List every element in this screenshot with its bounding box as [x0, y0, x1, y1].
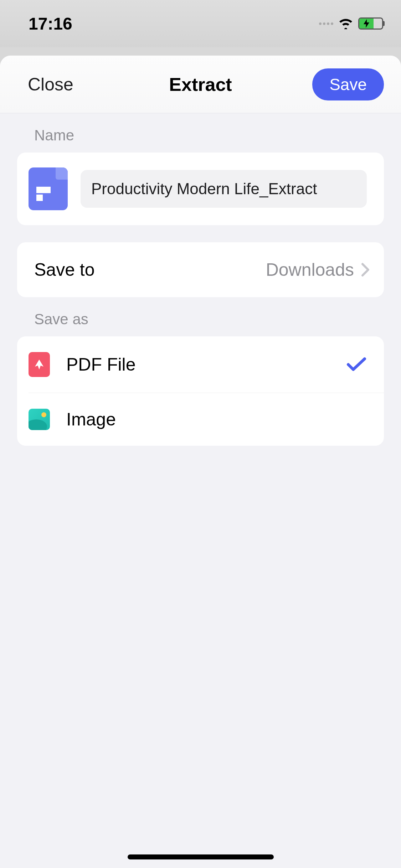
save-as-card: PDF File Image	[17, 336, 384, 446]
status-bar: 17:16	[0, 0, 401, 47]
modal-title: Extract	[169, 74, 232, 95]
cellular-signal-icon	[319, 22, 333, 25]
save-to-value: Downloads	[266, 259, 354, 280]
save-as-option-pdf[interactable]: PDF File	[17, 336, 384, 393]
home-indicator[interactable]	[128, 854, 274, 859]
extract-modal: Close Extract Save Name Save to Download…	[0, 56, 401, 868]
save-button[interactable]: Save	[312, 68, 384, 100]
name-section-label: Name	[0, 113, 401, 153]
wifi-icon	[338, 18, 353, 29]
modal-header: Close Extract Save	[0, 56, 401, 113]
charging-bolt-icon	[364, 19, 369, 28]
save-as-option-label: PDF File	[66, 354, 330, 375]
save-as-option-label: Image	[66, 409, 367, 430]
chevron-right-icon	[361, 263, 370, 277]
pdf-file-icon	[29, 352, 50, 377]
status-time: 17:16	[29, 14, 72, 33]
close-button[interactable]: Close	[28, 74, 73, 95]
save-as-section-label: Save as	[0, 297, 401, 336]
battery-icon	[358, 17, 383, 30]
save-to-label: Save to	[34, 259, 95, 280]
filename-input[interactable]	[81, 170, 367, 208]
save-as-option-image[interactable]: Image	[29, 393, 384, 446]
name-card	[17, 153, 384, 225]
document-icon	[29, 167, 68, 210]
checkmark-icon	[346, 357, 367, 372]
save-to-row[interactable]: Save to Downloads	[17, 242, 384, 297]
status-icons	[319, 17, 383, 30]
image-file-icon	[29, 409, 50, 430]
